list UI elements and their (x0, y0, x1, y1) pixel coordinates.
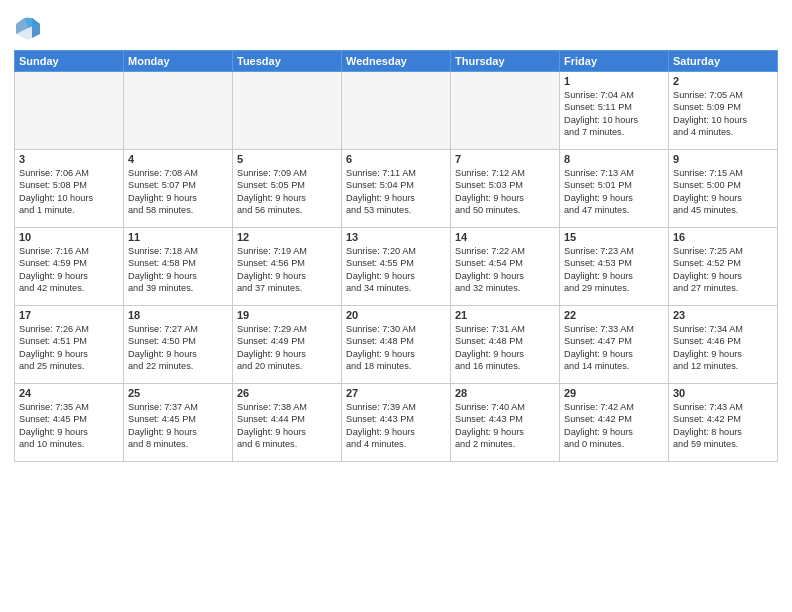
week-row-0: 1Sunrise: 7:04 AMSunset: 5:11 PMDaylight… (15, 72, 778, 150)
day-info: Sunrise: 7:34 AMSunset: 4:46 PMDaylight:… (673, 323, 773, 373)
day-info: Sunrise: 7:26 AMSunset: 4:51 PMDaylight:… (19, 323, 119, 373)
day-info: Sunrise: 7:18 AMSunset: 4:58 PMDaylight:… (128, 245, 228, 295)
week-row-3: 17Sunrise: 7:26 AMSunset: 4:51 PMDayligh… (15, 306, 778, 384)
calendar-cell-w2d2: 12Sunrise: 7:19 AMSunset: 4:56 PMDayligh… (233, 228, 342, 306)
day-number: 10 (19, 231, 119, 243)
calendar-cell-w2d5: 15Sunrise: 7:23 AMSunset: 4:53 PMDayligh… (560, 228, 669, 306)
day-info: Sunrise: 7:25 AMSunset: 4:52 PMDaylight:… (673, 245, 773, 295)
calendar-cell-w0d6: 2Sunrise: 7:05 AMSunset: 5:09 PMDaylight… (669, 72, 778, 150)
calendar-cell-w2d1: 11Sunrise: 7:18 AMSunset: 4:58 PMDayligh… (124, 228, 233, 306)
calendar-cell-w2d0: 10Sunrise: 7:16 AMSunset: 4:59 PMDayligh… (15, 228, 124, 306)
day-number: 30 (673, 387, 773, 399)
calendar-cell-w0d2 (233, 72, 342, 150)
calendar-cell-w1d4: 7Sunrise: 7:12 AMSunset: 5:03 PMDaylight… (451, 150, 560, 228)
day-number: 26 (237, 387, 337, 399)
day-number: 2 (673, 75, 773, 87)
calendar-cell-w1d6: 9Sunrise: 7:15 AMSunset: 5:00 PMDaylight… (669, 150, 778, 228)
calendar-cell-w1d2: 5Sunrise: 7:09 AMSunset: 5:05 PMDaylight… (233, 150, 342, 228)
calendar-cell-w4d2: 26Sunrise: 7:38 AMSunset: 4:44 PMDayligh… (233, 384, 342, 462)
day-number: 12 (237, 231, 337, 243)
weekday-header-sunday: Sunday (15, 51, 124, 72)
day-number: 28 (455, 387, 555, 399)
calendar-cell-w0d1 (124, 72, 233, 150)
day-info: Sunrise: 7:15 AMSunset: 5:00 PMDaylight:… (673, 167, 773, 217)
day-info: Sunrise: 7:37 AMSunset: 4:45 PMDaylight:… (128, 401, 228, 451)
day-number: 19 (237, 309, 337, 321)
day-info: Sunrise: 7:38 AMSunset: 4:44 PMDaylight:… (237, 401, 337, 451)
day-info: Sunrise: 7:09 AMSunset: 5:05 PMDaylight:… (237, 167, 337, 217)
logo-icon (14, 14, 42, 42)
calendar-cell-w3d1: 18Sunrise: 7:27 AMSunset: 4:50 PMDayligh… (124, 306, 233, 384)
day-number: 16 (673, 231, 773, 243)
day-info: Sunrise: 7:30 AMSunset: 4:48 PMDaylight:… (346, 323, 446, 373)
day-number: 29 (564, 387, 664, 399)
day-info: Sunrise: 7:08 AMSunset: 5:07 PMDaylight:… (128, 167, 228, 217)
day-number: 15 (564, 231, 664, 243)
calendar-cell-w1d5: 8Sunrise: 7:13 AMSunset: 5:01 PMDaylight… (560, 150, 669, 228)
day-number: 11 (128, 231, 228, 243)
day-info: Sunrise: 7:39 AMSunset: 4:43 PMDaylight:… (346, 401, 446, 451)
calendar-cell-w3d2: 19Sunrise: 7:29 AMSunset: 4:49 PMDayligh… (233, 306, 342, 384)
calendar-cell-w3d4: 21Sunrise: 7:31 AMSunset: 4:48 PMDayligh… (451, 306, 560, 384)
day-info: Sunrise: 7:35 AMSunset: 4:45 PMDaylight:… (19, 401, 119, 451)
day-number: 13 (346, 231, 446, 243)
calendar-cell-w2d3: 13Sunrise: 7:20 AMSunset: 4:55 PMDayligh… (342, 228, 451, 306)
day-number: 4 (128, 153, 228, 165)
day-info: Sunrise: 7:27 AMSunset: 4:50 PMDaylight:… (128, 323, 228, 373)
main-container: SundayMondayTuesdayWednesdayThursdayFrid… (0, 0, 792, 470)
weekday-header-wednesday: Wednesday (342, 51, 451, 72)
week-row-4: 24Sunrise: 7:35 AMSunset: 4:45 PMDayligh… (15, 384, 778, 462)
day-number: 8 (564, 153, 664, 165)
calendar-cell-w4d6: 30Sunrise: 7:43 AMSunset: 4:42 PMDayligh… (669, 384, 778, 462)
day-number: 5 (237, 153, 337, 165)
day-info: Sunrise: 7:22 AMSunset: 4:54 PMDaylight:… (455, 245, 555, 295)
header (14, 10, 778, 42)
day-number: 9 (673, 153, 773, 165)
logo (14, 14, 46, 42)
weekday-header-row: SundayMondayTuesdayWednesdayThursdayFrid… (15, 51, 778, 72)
day-number: 25 (128, 387, 228, 399)
day-number: 6 (346, 153, 446, 165)
calendar-cell-w3d5: 22Sunrise: 7:33 AMSunset: 4:47 PMDayligh… (560, 306, 669, 384)
day-info: Sunrise: 7:29 AMSunset: 4:49 PMDaylight:… (237, 323, 337, 373)
day-info: Sunrise: 7:20 AMSunset: 4:55 PMDaylight:… (346, 245, 446, 295)
calendar-cell-w2d4: 14Sunrise: 7:22 AMSunset: 4:54 PMDayligh… (451, 228, 560, 306)
weekday-header-thursday: Thursday (451, 51, 560, 72)
day-number: 23 (673, 309, 773, 321)
calendar-cell-w0d0 (15, 72, 124, 150)
day-info: Sunrise: 7:12 AMSunset: 5:03 PMDaylight:… (455, 167, 555, 217)
calendar-cell-w3d3: 20Sunrise: 7:30 AMSunset: 4:48 PMDayligh… (342, 306, 451, 384)
calendar-cell-w1d3: 6Sunrise: 7:11 AMSunset: 5:04 PMDaylight… (342, 150, 451, 228)
day-info: Sunrise: 7:31 AMSunset: 4:48 PMDaylight:… (455, 323, 555, 373)
calendar-cell-w1d1: 4Sunrise: 7:08 AMSunset: 5:07 PMDaylight… (124, 150, 233, 228)
day-info: Sunrise: 7:33 AMSunset: 4:47 PMDaylight:… (564, 323, 664, 373)
day-info: Sunrise: 7:19 AMSunset: 4:56 PMDaylight:… (237, 245, 337, 295)
day-number: 3 (19, 153, 119, 165)
day-number: 20 (346, 309, 446, 321)
day-info: Sunrise: 7:42 AMSunset: 4:42 PMDaylight:… (564, 401, 664, 451)
day-number: 18 (128, 309, 228, 321)
calendar-cell-w1d0: 3Sunrise: 7:06 AMSunset: 5:08 PMDaylight… (15, 150, 124, 228)
day-number: 1 (564, 75, 664, 87)
weekday-header-tuesday: Tuesday (233, 51, 342, 72)
calendar-cell-w0d5: 1Sunrise: 7:04 AMSunset: 5:11 PMDaylight… (560, 72, 669, 150)
day-number: 24 (19, 387, 119, 399)
day-info: Sunrise: 7:43 AMSunset: 4:42 PMDaylight:… (673, 401, 773, 451)
calendar-cell-w3d6: 23Sunrise: 7:34 AMSunset: 4:46 PMDayligh… (669, 306, 778, 384)
calendar-cell-w0d4 (451, 72, 560, 150)
calendar-table: SundayMondayTuesdayWednesdayThursdayFrid… (14, 50, 778, 462)
calendar-cell-w4d1: 25Sunrise: 7:37 AMSunset: 4:45 PMDayligh… (124, 384, 233, 462)
weekday-header-saturday: Saturday (669, 51, 778, 72)
day-info: Sunrise: 7:16 AMSunset: 4:59 PMDaylight:… (19, 245, 119, 295)
day-number: 7 (455, 153, 555, 165)
calendar-cell-w3d0: 17Sunrise: 7:26 AMSunset: 4:51 PMDayligh… (15, 306, 124, 384)
calendar-cell-w4d3: 27Sunrise: 7:39 AMSunset: 4:43 PMDayligh… (342, 384, 451, 462)
day-info: Sunrise: 7:40 AMSunset: 4:43 PMDaylight:… (455, 401, 555, 451)
calendar-cell-w2d6: 16Sunrise: 7:25 AMSunset: 4:52 PMDayligh… (669, 228, 778, 306)
weekday-header-monday: Monday (124, 51, 233, 72)
day-info: Sunrise: 7:06 AMSunset: 5:08 PMDaylight:… (19, 167, 119, 217)
day-info: Sunrise: 7:11 AMSunset: 5:04 PMDaylight:… (346, 167, 446, 217)
day-number: 27 (346, 387, 446, 399)
calendar-cell-w4d5: 29Sunrise: 7:42 AMSunset: 4:42 PMDayligh… (560, 384, 669, 462)
day-number: 17 (19, 309, 119, 321)
